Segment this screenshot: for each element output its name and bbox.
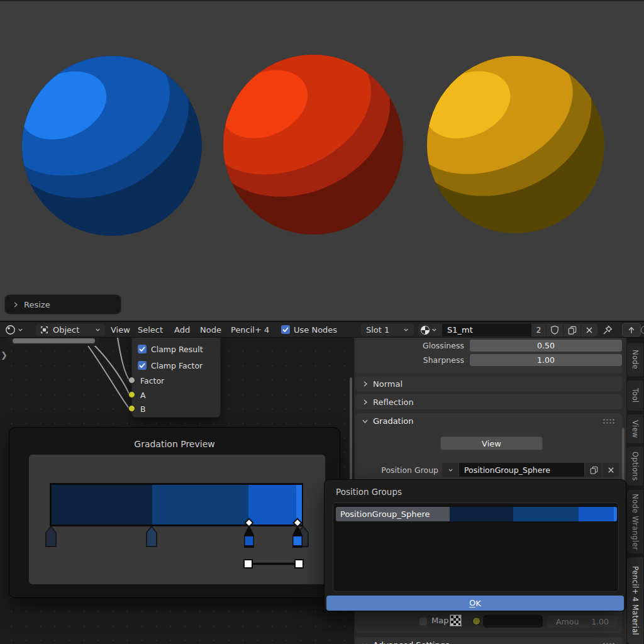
sphere-blue[interactable] (0, 14, 233, 269)
panel-reflection[interactable]: Reflection (355, 394, 622, 409)
tab-node-wrangler[interactable]: Node Wrangler (627, 490, 643, 553)
position-group-copy-button[interactable] (586, 463, 602, 477)
chevron-right-icon (362, 399, 368, 405)
tab-tool[interactable]: Tool (627, 380, 643, 411)
position-groups-title: Position Groups (336, 487, 402, 497)
chevron-down-icon (95, 327, 101, 333)
material-users-count-button[interactable]: 2 (531, 324, 546, 336)
material-slot-dropdown[interactable]: Slot 1 (361, 324, 414, 336)
position-group-dropdown-button[interactable] (442, 463, 458, 477)
viewport-3d[interactable]: Resize (0, 0, 644, 321)
chevron-down-icon (431, 327, 437, 333)
clipped-node[interactable] (8, 338, 99, 346)
editor-type-dropdown[interactable] (4, 324, 31, 336)
tab-options[interactable]: Options (627, 447, 643, 486)
clamp-factor-checkbox-row[interactable]: Clamp Factor (138, 360, 203, 370)
copy-material-button[interactable] (564, 324, 580, 336)
b-socket[interactable] (128, 405, 135, 412)
panel-advanced-settings[interactable]: Advanced Settings (355, 637, 622, 644)
position-group-name-field[interactable]: PositionGroup_Sphere (459, 463, 584, 477)
clamp-result-checkbox-row[interactable]: Clamp Result (138, 344, 203, 354)
fake-user-shield-button[interactable] (547, 324, 563, 336)
node-editor-canvas[interactable]: ❯ Clamp Result Clamp Factor Factor A (0, 338, 354, 644)
factor-socket[interactable] (128, 377, 135, 384)
map-amount-slider[interactable]: Amou 1.00 (547, 615, 618, 628)
use-nodes-checkbox[interactable] (281, 325, 290, 334)
map-checkbox[interactable] (419, 617, 428, 626)
clamp-result-checkbox[interactable] (138, 345, 147, 353)
view-button-label: View (482, 439, 501, 448)
mix-node[interactable]: Clamp Result Clamp Factor Factor A B (131, 338, 221, 418)
tab-view[interactable]: View (627, 414, 643, 443)
clipped-header-icon (641, 326, 644, 334)
panel-gradation-header[interactable]: Gradation (355, 413, 622, 428)
check-icon (282, 327, 289, 332)
chevron-down-icon (362, 642, 368, 644)
clamp-result-label: Clamp Result (151, 345, 203, 354)
menu-pencil4[interactable]: Pencil+ 4 (231, 322, 269, 338)
blender-window: Resize Object View Select Add Node Penci… (0, 0, 644, 644)
gradient-stop-marker-3-selected[interactable] (244, 519, 254, 548)
resize-panel-label: Resize (24, 300, 50, 309)
clamp-factor-checkbox[interactable] (138, 361, 147, 370)
gradation-preview-body (29, 455, 325, 584)
ok-button[interactable]: OK (326, 596, 624, 611)
chevron-right-icon (362, 381, 368, 387)
clipped-node-slider[interactable] (13, 338, 95, 343)
stop-range-slider[interactable] (244, 560, 303, 568)
material-browse-button[interactable] (418, 324, 442, 336)
panel-normal[interactable]: Normal (355, 376, 622, 391)
sphere-red[interactable] (180, 13, 434, 268)
panel-advanced-label: Advanced Settings (373, 640, 450, 644)
checker-texture-icon[interactable] (450, 614, 462, 626)
position-groups-popup: Position Groups PositionGroup_Sphere OK (324, 479, 626, 611)
shader-editor-icon (5, 325, 16, 335)
glossiness-label: Glossiness (423, 341, 464, 350)
gradient-stop-marker-1[interactable] (46, 526, 56, 547)
users-count: 2 (536, 326, 541, 335)
gradation-view-button[interactable]: View (440, 436, 543, 450)
sidebar-tab-strip: Node Tool View Options Node Wrangler Pen… (626, 338, 644, 644)
list-item-gradient-preview (450, 507, 617, 521)
object-mode-dropdown[interactable]: Object (36, 324, 105, 336)
list-item-position-group[interactable]: PositionGroup_Sphere (336, 507, 617, 521)
menu-add[interactable]: Add (174, 322, 190, 338)
glossiness-slider[interactable]: 0.50 (470, 340, 622, 352)
map-socket-dot[interactable] (472, 617, 480, 625)
position-groups-list[interactable]: PositionGroup_Sphere (333, 502, 619, 592)
position-group-unlink-button[interactable] (602, 463, 619, 477)
sharpness-slider[interactable]: 1.00 (470, 354, 622, 366)
back-to-previous-button[interactable] (622, 323, 641, 336)
glossiness-value: 0.50 (537, 341, 555, 350)
map-texture-field[interactable] (483, 615, 543, 628)
a-socket[interactable] (128, 391, 135, 398)
list-item-name[interactable]: PositionGroup_Sphere (336, 507, 450, 521)
chevron-down-icon (403, 327, 409, 333)
viewport-render (0, 0, 644, 321)
unlink-material-button[interactable] (581, 324, 597, 336)
a-input-row: A (140, 390, 146, 400)
menu-view[interactable]: View (111, 322, 130, 338)
sphere-yellow[interactable] (385, 14, 635, 266)
pin-button[interactable] (602, 325, 613, 336)
panel-reflection-label: Reflection (373, 397, 414, 407)
use-nodes-label: Use Nodes (294, 322, 337, 338)
region-expand-arrow[interactable]: ❯ (1, 350, 8, 360)
gradient-editor[interactable] (29, 455, 325, 584)
menu-select[interactable]: Select (138, 322, 163, 338)
slot-label: Slot 1 (366, 325, 403, 335)
panel-drag-dots-icon[interactable] (602, 418, 614, 424)
sharpness-value: 1.00 (537, 355, 555, 365)
object-mode-label: Object (53, 325, 91, 335)
gradient-stop-marker-4-selected[interactable] (292, 519, 303, 548)
ok-hotkey: O (469, 599, 475, 608)
tab-node[interactable]: Node (627, 343, 643, 376)
resize-operator-panel[interactable]: Resize (4, 294, 121, 314)
b-socket-label: B (140, 404, 146, 414)
tab-pencil4-material[interactable]: Pencil+ 4 Material (627, 557, 643, 644)
menu-node[interactable]: Node (200, 322, 221, 338)
material-name: S1_mt (447, 325, 473, 335)
material-name-field[interactable]: S1_mt (442, 324, 531, 336)
gradient-stop-marker-2[interactable] (147, 526, 157, 547)
copy-icon (568, 326, 577, 335)
